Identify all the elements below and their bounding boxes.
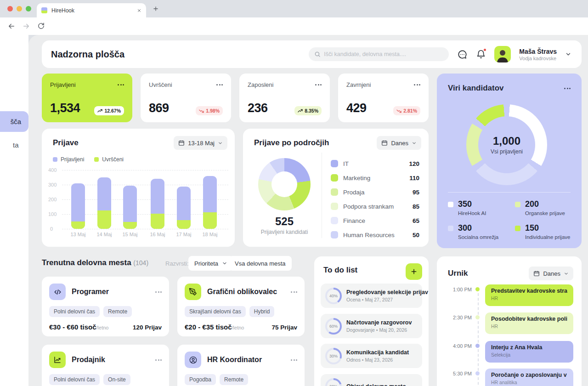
date-range-select[interactable]: Danes [529, 267, 573, 280]
browser-window: HireHook https://www.hirehook.ai [0, 0, 588, 386]
sort-label: Razvrsti: [165, 260, 189, 267]
bar-prijavljeni [123, 186, 137, 229]
legend-item-marketing: Marketing110 [331, 173, 419, 182]
browser-tab-hirehook[interactable]: HireHook [37, 3, 146, 17]
more-icon[interactable] [291, 359, 297, 361]
stat-card-uvrsceni[interactable]: Uvrščeni 869 1.98% [141, 74, 231, 122]
job-card-programer[interactable]: Programer Polni delovni čas Remote €30 -… [42, 277, 169, 336]
sidebar: šča ta [0, 35, 28, 386]
bar-uvrsceni [123, 222, 137, 229]
more-icon[interactable] [564, 88, 571, 89]
more-icon[interactable] [118, 84, 124, 85]
date-range-select[interactable]: 13-18 Maj [174, 136, 227, 150]
chart-title: Prijave [53, 138, 79, 148]
job-applications: 120 Prijav [133, 324, 162, 331]
timeline-dot [475, 315, 480, 319]
job-tag: Remote [103, 306, 132, 317]
stat-card-prijavljeni[interactable]: Prijavljeni 1,534 12.67% [42, 74, 132, 122]
legend-swatch [53, 157, 57, 162]
avatar[interactable] [494, 46, 511, 62]
progress-ring: 60% [325, 318, 342, 335]
reload-icon[interactable] [37, 22, 45, 30]
legend-swatch [94, 157, 99, 162]
trend-down-icon [199, 108, 204, 114]
bar-prijavljeni [71, 183, 85, 229]
todo-item[interactable]: 60% Načrtovanje razgovorovDogovarjanje •… [321, 314, 422, 338]
y-tick: 100 [48, 211, 64, 217]
messages-icon[interactable] [457, 49, 468, 60]
chevron-down-icon [412, 141, 417, 146]
calendar-icon [178, 140, 185, 146]
schedule-card: Urnik Danes 1:00 PM Predstavitev kadrovs… [437, 256, 582, 386]
more-icon[interactable] [216, 84, 223, 85]
search-bar[interactable] [309, 47, 449, 61]
bar-uvrsceni [71, 221, 85, 229]
schedule-title: Urnik [448, 269, 468, 278]
progress-ring: 30% [325, 348, 342, 364]
job-salary: €20 - €35 tisoč [185, 323, 232, 331]
legend-item-individualne: 150 Individualne prijave [515, 223, 575, 240]
stat-label: Uvrščeni [149, 81, 172, 88]
fields-donut-chart[interactable] [258, 158, 311, 210]
more-icon[interactable] [155, 359, 162, 361]
sources-donut-chart[interactable]: 1,000 Vsi prijavljeni [466, 104, 547, 185]
stat-card-zavrnjeni[interactable]: Zavrnjeni 429 2.81% [338, 74, 429, 122]
pen-icon [185, 284, 201, 300]
todo-item[interactable]: 20% Objavi delovno mesto [321, 374, 422, 386]
legend-item-socialna: 300 Socialna omrežja [448, 223, 508, 240]
add-task-button[interactable] [406, 263, 422, 280]
legend-item-organske: 200 Organske prijave [515, 199, 575, 216]
back-icon[interactable] [7, 22, 16, 30]
stat-value: 236 [248, 101, 268, 115]
person-icon [185, 352, 201, 368]
schedule-event[interactable]: Poročanje o zaposlovanju v 1. QHR analit… [485, 369, 573, 386]
sidebar-item-jobs[interactable]: ta [13, 141, 19, 149]
job-card-graficni-oblikovalec[interactable]: Grafični oblikovalec Skrajšani delovni č… [177, 277, 305, 336]
user-role: Vodja kadrovske [519, 56, 557, 61]
more-icon[interactable] [315, 84, 322, 85]
more-icon[interactable] [291, 291, 297, 293]
progress-ring: 40% [325, 288, 342, 304]
applications-by-field-card: Prijave po področjih Danes 525 Prijavlje… [243, 129, 429, 247]
date-range-select[interactable]: Danes [377, 136, 421, 150]
schedule-event[interactable]: Predstavitev kadrovske strategijeHR [485, 284, 573, 306]
notifications-bell-icon[interactable] [476, 49, 486, 59]
schedule-event[interactable]: Posodobitev kadrovske politikeHR [485, 312, 573, 334]
window-close-button[interactable] [7, 6, 13, 11]
code-icon [49, 284, 66, 300]
event-time: 4:00 PM [437, 343, 472, 349]
sources-total-label: Vsi prijavljeni [491, 148, 523, 155]
chart-title: Prijave po področjih [254, 138, 329, 148]
todo-item[interactable]: 30% Komunikacija kandidatOdnos • Maj 23,… [321, 344, 422, 368]
stat-delta-badge: 12.67% [94, 106, 124, 115]
window-maximize-button[interactable] [26, 6, 31, 11]
bar-plot-area [62, 170, 228, 229]
job-tag: Polni delovni čas [49, 306, 100, 317]
window-minimize-button[interactable] [17, 6, 22, 11]
user-info[interactable]: Maša Štravs Vodja kadrovske [519, 48, 557, 61]
more-icon[interactable] [414, 84, 420, 85]
job-card-hr-koordinator[interactable]: HR Koordinator Pogodba Remote [177, 345, 305, 386]
tab-close-icon[interactable] [137, 8, 141, 13]
job-card-prodajnik[interactable]: Prodajnik Polni delovni čas On-site [42, 345, 169, 386]
new-tab-icon[interactable] [153, 6, 159, 12]
job-tag: Pogodba [185, 374, 216, 385]
stat-value: 1,534 [50, 101, 80, 115]
schedule-event[interactable]: Interju z Ana HvalaSelekcija [485, 341, 573, 363]
legend-swatch [448, 202, 453, 207]
sidebar-item-dashboard-active[interactable]: šča [0, 111, 28, 132]
chart-legend: Prijavljeni Uvrščeni [42, 150, 235, 163]
profile-chevron-down-icon[interactable] [565, 51, 571, 57]
more-icon[interactable] [155, 291, 162, 293]
stat-card-zaposleni[interactable]: Zaposleni 236 8.35% [239, 74, 330, 122]
y-tick: 300 [48, 182, 64, 187]
page-title: Nadzorna plošča [51, 49, 124, 60]
todo-item[interactable]: 40% Pregledovanje selekcije prijavOcena … [321, 284, 422, 308]
search-input[interactable] [324, 51, 443, 57]
all-jobs-button[interactable]: Vsa delovna mesta [229, 256, 292, 271]
legend-swatch [515, 226, 520, 231]
chevron-down-icon [564, 271, 569, 276]
forward-icon[interactable] [22, 22, 30, 30]
sort-select[interactable]: Prioriteta [188, 256, 233, 271]
todo-list-card: To do list 40% Pregledovanje selekcije p… [314, 256, 429, 386]
